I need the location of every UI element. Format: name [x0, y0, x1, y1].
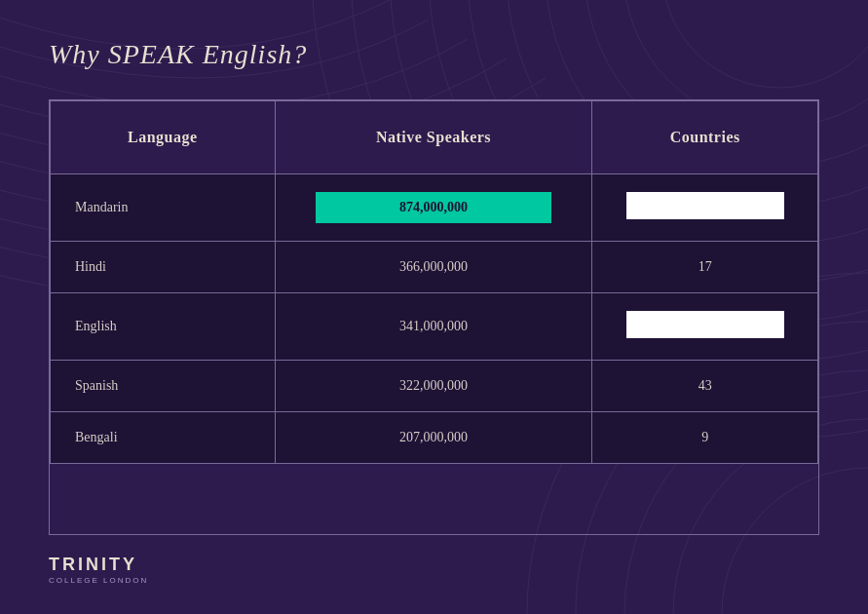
cell-countries	[592, 293, 818, 361]
table-row: Mandarin874,000,000	[51, 174, 818, 242]
table-row: Spanish322,000,00043	[51, 361, 818, 412]
col-header-language: Language	[51, 101, 276, 174]
cell-language: Bengali	[51, 412, 276, 464]
cell-countries: 9	[592, 412, 818, 464]
table-row: Bengali207,000,0009	[51, 412, 818, 464]
cell-language: English	[51, 293, 276, 361]
language-table: Language Native Speakers Countries Manda…	[50, 100, 818, 464]
cell-speakers: 874,000,000	[275, 174, 592, 242]
col-header-speakers: Native Speakers	[275, 101, 592, 174]
cell-language: Mandarin	[51, 174, 276, 242]
data-table-wrapper: Language Native Speakers Countries Manda…	[49, 99, 819, 535]
footer-logo: TRINITY COLLEGE LONDON	[49, 555, 819, 585]
page-title: Why SPEAK English?	[49, 39, 819, 70]
logo-name: TRINITY	[49, 555, 137, 574]
col-header-countries: Countries	[592, 101, 818, 174]
cell-speakers: 322,000,000	[275, 361, 592, 412]
cell-language: Hindi	[51, 242, 276, 293]
cell-language: Spanish	[51, 361, 276, 412]
table-row: English341,000,000	[51, 293, 818, 361]
cell-speakers: 207,000,000	[275, 412, 592, 464]
cell-countries: 43	[592, 361, 818, 412]
table-header-row: Language Native Speakers Countries	[51, 101, 818, 174]
cell-countries: 17	[592, 242, 818, 293]
logo-sub: COLLEGE LONDON	[49, 576, 148, 585]
table-row: Hindi366,000,00017	[51, 242, 818, 293]
cell-speakers: 341,000,000	[275, 293, 592, 361]
cell-countries	[592, 174, 818, 242]
cell-speakers: 366,000,000	[275, 242, 592, 293]
